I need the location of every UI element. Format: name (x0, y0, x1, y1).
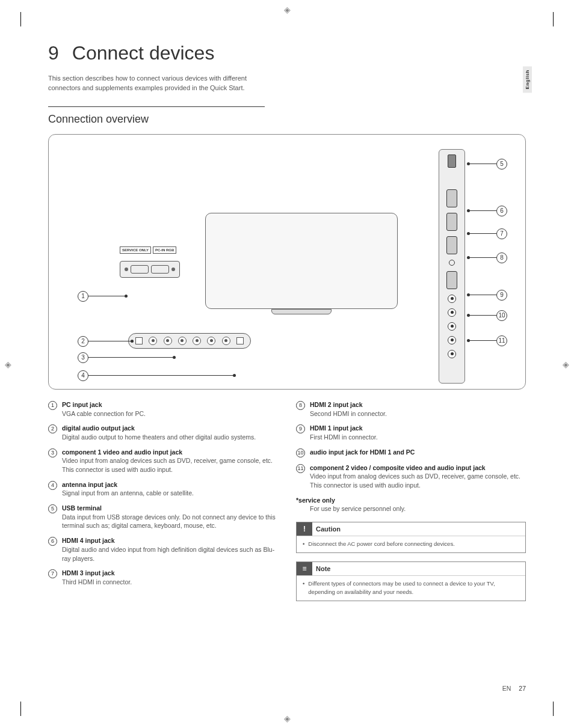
registration-mark-icon: ◈ (5, 359, 11, 369)
section-heading: Connection overview (48, 113, 526, 126)
callout-number: 6 (496, 206, 507, 216)
callout-number: 7 (496, 228, 507, 239)
legend-item: 2 digital audio output jackDigital audio… (48, 424, 278, 441)
legend-desc: Third HDMI in connector. (62, 578, 132, 587)
footer-page-number: 27 (519, 685, 526, 692)
caution-text: Disconnect the AC power cord before conn… (308, 540, 454, 548)
callout-8: 8 (467, 252, 507, 263)
callout-number: 5 (496, 159, 507, 170)
registration-mark-icon: ◈ (563, 359, 569, 369)
legend-item: 8 HDMI 2 input jackSecond HDMI in connec… (296, 400, 526, 418)
page-footer: EN 27 (502, 685, 526, 692)
legend-desc: VGA cable connection for PC. (62, 409, 146, 418)
chapter-heading: 9Connect devices (48, 42, 526, 64)
legend-left-column: 1 PC input jackVGA cable connection for … (48, 400, 278, 601)
legend-right-column: 8 HDMI 2 input jackSecond HDMI in connec… (296, 400, 526, 601)
aux-hole-icon (449, 260, 455, 266)
note-icon: ≡ (297, 562, 312, 575)
callout-2: 2 (78, 336, 134, 347)
callout-number: 10 (496, 310, 507, 321)
legend-badge: 3 (48, 448, 57, 457)
legend-item: 4 antenna input jackSignal input from an… (48, 480, 278, 498)
connection-diagram: SERVICE ONLY PC-IN RGB 1 2 3 4 5 6 (48, 134, 526, 390)
caution-icon: ! (297, 522, 312, 536)
legend-desc: Video input from analog devices such as … (62, 456, 278, 474)
rca-jack-icon (448, 350, 456, 358)
legend-item: 3 component 1 video and audio input jack… (48, 448, 278, 474)
usb-port-icon (448, 154, 456, 168)
language-tab: English (523, 66, 532, 93)
legend-badge: 9 (296, 424, 305, 433)
legend-title: HDMI 4 input jack (62, 536, 278, 545)
legend-item: 10 audio input jack for HDMI 1 and PC (296, 448, 526, 457)
legend-title: HDMI 3 input jack (62, 569, 132, 578)
legend-columns: 1 PC input jackVGA cable connection for … (48, 400, 526, 601)
legend-title: digital audio output jack (62, 424, 256, 433)
tv-body-icon (205, 213, 398, 309)
hdmi-port-icon (446, 189, 457, 207)
caution-box: ! Caution •Disconnect the AC power cord … (296, 522, 526, 553)
legend-desc: Data input from USB storage devices only… (62, 513, 278, 530)
legend-desc: First HDMI in connector. (310, 433, 378, 442)
service-only-desc: For use by service personnel only. (310, 504, 526, 513)
legend-badge: 10 (296, 448, 305, 457)
legend-badge: 6 (48, 537, 57, 546)
intro-text: This section describes how to connect va… (48, 74, 265, 93)
rca-jack-icon (448, 336, 456, 344)
footer-lang: EN (502, 685, 511, 692)
callout-10: 10 (467, 310, 507, 321)
caution-label: Caution (316, 525, 341, 533)
crop-mark-icon (20, 702, 35, 716)
crop-mark-icon (539, 702, 554, 716)
legend-title: HDMI 2 input jack (310, 400, 387, 409)
callout-3: 3 (78, 352, 176, 363)
crop-mark-icon (20, 12, 35, 26)
legend-badge: 1 (48, 401, 57, 410)
legend-desc: Digital audio and video input from high … (62, 545, 278, 563)
legend-badge: 4 (48, 481, 57, 490)
legend-desc: Signal input from an antenna, cable or s… (62, 489, 194, 498)
callout-1: 1 (78, 291, 128, 302)
legend-item: 1 PC input jackVGA cable connection for … (48, 400, 278, 418)
legend-badge: 7 (48, 569, 57, 578)
callout-number: 11 (496, 335, 507, 346)
chapter-title: Connect devices (72, 42, 215, 64)
callout-11: 11 (467, 335, 507, 346)
legend-item: 7 HDMI 3 input jackThird HDMI in connect… (48, 569, 278, 586)
legend-title: component 1 video and audio input jack (62, 448, 278, 457)
callout-number: 9 (496, 290, 507, 301)
hdmi-port-icon (446, 271, 457, 289)
callout-number: 8 (496, 252, 507, 263)
legend-item: 5 USB terminalData input from USB storag… (48, 504, 278, 530)
note-label: Note (316, 565, 330, 572)
legend-badge: 5 (48, 504, 57, 513)
legend-title: antenna input jack (62, 480, 194, 489)
legend-title: PC input jack (62, 400, 146, 409)
callout-6: 6 (467, 206, 507, 216)
legend-item: 11 component 2 video / composite video a… (296, 463, 526, 490)
bottom-ports-panel (128, 333, 251, 349)
note-text: Different types of connectors may be use… (308, 580, 519, 596)
legend-title: USB terminal (62, 504, 278, 513)
callout-4: 4 (78, 370, 236, 381)
section-rule (48, 106, 265, 107)
callout-number: 2 (78, 336, 88, 347)
service-only-title: *service only (296, 496, 526, 505)
callout-7: 7 (467, 228, 507, 239)
legend-desc: Digital audio output to home theaters an… (62, 433, 256, 442)
callout-9: 9 (467, 290, 507, 301)
side-ports-panel (439, 149, 465, 384)
callout-number: 1 (78, 291, 88, 302)
crop-mark-icon (539, 12, 554, 26)
legend-badge: 2 (48, 424, 57, 433)
hdmi-port-icon (446, 213, 457, 231)
vga-port-icon (120, 261, 180, 278)
legend-title: component 2 video / composite video and … (310, 463, 526, 473)
chapter-number: 9 (48, 42, 59, 64)
legend-item: 9 HDMI 1 input jackFirst HDMI in connect… (296, 424, 526, 441)
service-only-item: *service only For use by service personn… (296, 496, 526, 513)
callout-number: 3 (78, 352, 88, 363)
hdmi-port-icon (446, 236, 457, 254)
callout-number: 4 (78, 370, 88, 381)
legend-title: HDMI 1 input jack (310, 424, 378, 433)
